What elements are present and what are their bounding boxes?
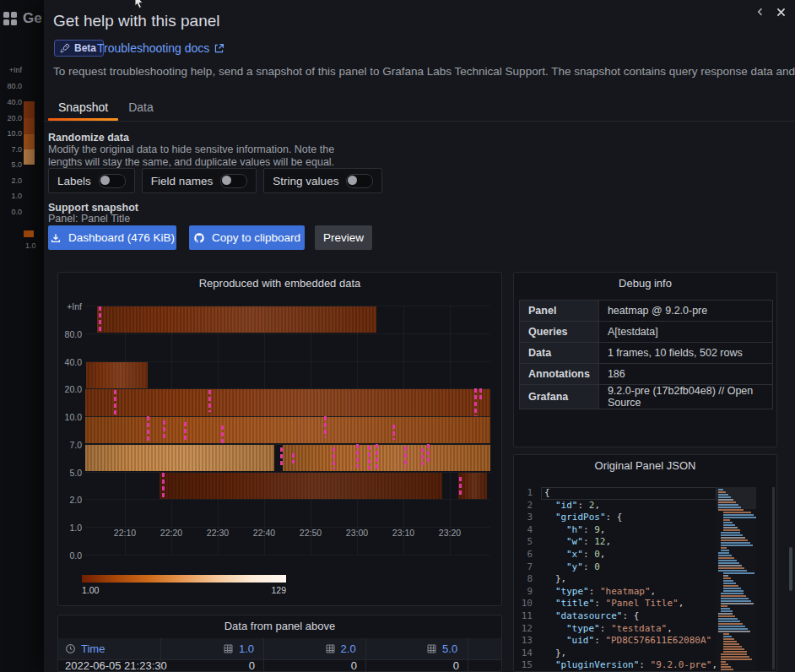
editor-scrollbar[interactable] [772, 487, 775, 669]
legend-min-label: 1.00 [82, 585, 99, 595]
heatmap-y-tick: 80.0 [48, 329, 82, 339]
editor-minimap[interactable] [717, 487, 756, 671]
debug-info-panel: Debug info Panelheatmap @ 9.2.0-preQueri… [513, 272, 777, 447]
external-link-icon [214, 43, 224, 54]
heatmap-band [85, 445, 274, 471]
heatmap-x-tick: 22:30 [199, 528, 236, 538]
close-icon [776, 7, 787, 18]
randomize-toggles: LabelsField namesString values [48, 168, 382, 193]
randomize-description: Modify the original data to hide sensitv… [48, 144, 339, 169]
debug-info-title: Debug info [514, 277, 776, 290]
heatmap-band [97, 306, 376, 333]
background-axis-label: 10.0 [0, 129, 22, 138]
debug-info-row: QueriesA[testdata] [520, 322, 773, 343]
button-label: Preview [323, 231, 364, 244]
annotation-marker [163, 420, 165, 440]
editor-minimap-slider[interactable] [717, 487, 756, 509]
annotation-marker [147, 416, 149, 442]
annotation-marker [162, 473, 165, 500]
data-table-title: Data from panel above [58, 620, 501, 632]
table-icon [223, 643, 234, 654]
background-axis-label: 2.0 [0, 176, 22, 185]
debug-key: Data [520, 343, 599, 364]
debug-info-row: Data1 frames, 10 fields, 502 rows [520, 343, 773, 364]
column-header-2.0[interactable]: 2.0 [262, 638, 365, 659]
troubleshooting-docs-link[interactable]: Troubleshooting docs [97, 41, 224, 55]
toggle-labels[interactable]: Labels [48, 168, 135, 193]
dashboard-476-kib-button[interactable]: Dashboard (476 KiB) [48, 225, 176, 250]
download-icon [50, 232, 62, 244]
annotation-marker [292, 453, 295, 463]
background-axis-label: 7.0 [0, 145, 22, 154]
rocket-icon [60, 43, 70, 53]
annotation-marker [421, 448, 424, 465]
drawer-description: To request troubleshooting help, send a … [53, 65, 795, 78]
heatmap-x-tick: 23:00 [338, 528, 376, 538]
annotation-marker [404, 447, 407, 468]
column-header-1.0[interactable]: 1.0 [160, 638, 263, 659]
debug-info-table: Panelheatmap @ 9.2.0-preQueriesA[testdat… [519, 300, 773, 409]
table-row: 2022-06-05 21:23:30000 [58, 659, 501, 672]
debug-key: Grafana [520, 385, 599, 409]
toggle-field-names[interactable]: Field names [142, 168, 257, 193]
background-axis-label: +Inf [0, 66, 22, 74]
data-table-header: Time1.02.05.0 [58, 638, 501, 660]
background-axis-label: 5.0 [0, 160, 22, 169]
background-axis-label: 1.0 [0, 192, 22, 200]
background-axis-label: 40.0 [0, 98, 22, 106]
annotation-marker [392, 425, 395, 440]
annotation-marker [459, 477, 462, 497]
heatmap-y-tick: 0.0 [48, 550, 82, 561]
switch-control[interactable] [220, 174, 247, 188]
mouse-cursor [133, 0, 145, 9]
debug-info-row: Annotations186 [520, 364, 773, 385]
toggle-label: Labels [57, 175, 91, 187]
cell-value: 0 [365, 659, 468, 672]
heatmap-x-tick: 23:20 [431, 528, 468, 538]
github-icon [193, 232, 205, 244]
troubleshooting-docs-label: Troubleshooting docs [97, 41, 209, 55]
annotation-marker [333, 447, 335, 469]
expand-drawer-button[interactable] [751, 3, 770, 21]
chevron-left-icon [755, 7, 765, 17]
tab-data[interactable]: Data [118, 94, 164, 121]
copy-to-clipboard-button[interactable]: Copy to clipboard [189, 225, 305, 250]
background-legend-label: 1.0 [25, 241, 36, 250]
heatmap-x-tick: 23:10 [385, 528, 422, 538]
preview-button[interactable]: Preview [315, 225, 372, 250]
close-drawer-button[interactable] [771, 3, 790, 21]
button-label: Dashboard (476 KiB) [68, 231, 175, 244]
heatmap-band [283, 445, 490, 471]
column-header-time[interactable]: Time [58, 638, 160, 659]
dashboards-icon [3, 12, 17, 25]
toggle-label: String values [273, 175, 338, 187]
drawer-title: Get help with this panel [53, 12, 220, 30]
debug-key: Annotations [520, 364, 599, 385]
annotation-marker [368, 446, 370, 469]
tab-snapshot[interactable]: Snapshot [48, 94, 118, 121]
support-snapshot-heading: Support snapshot [48, 202, 138, 214]
annotation-marker [114, 390, 116, 415]
heatmap-band [160, 473, 442, 499]
column-header-5.0[interactable]: 5.0 [365, 638, 467, 659]
column-header-label: 2.0 [341, 642, 356, 655]
reproduced-panel: Reproduced with embedded data +Inf80.040… [57, 272, 502, 606]
heatmap-band [85, 389, 490, 415]
switch-control[interactable] [99, 174, 126, 188]
panel-json-panel: Original Panel JSON 1{2"id": 2,3"gridPos… [513, 454, 777, 672]
annotation-marker [184, 422, 187, 442]
column-header-label: 5.0 [442, 642, 457, 655]
toggle-string-values[interactable]: String values [263, 168, 382, 193]
switch-control[interactable] [346, 174, 373, 188]
heatmap-y-tick: 40.0 [48, 357, 82, 367]
heatmap-plot[interactable] [85, 306, 490, 555]
randomize-heading: Randomize data [48, 132, 129, 144]
drawer-scrollbar[interactable] [789, 547, 792, 591]
debug-info-row: Grafana9.2.0-pre (17b2fb04e8) // Open So… [520, 385, 773, 409]
heatmap-band [85, 417, 490, 443]
heatmap-x-tick: 22:10 [106, 528, 143, 538]
table-icon [325, 643, 336, 654]
annotation-marker [474, 388, 477, 416]
heatmap-y-tick: 20.0 [48, 384, 82, 394]
data-table-panel: Data from panel above Time1.02.05.0 2022… [57, 615, 502, 672]
